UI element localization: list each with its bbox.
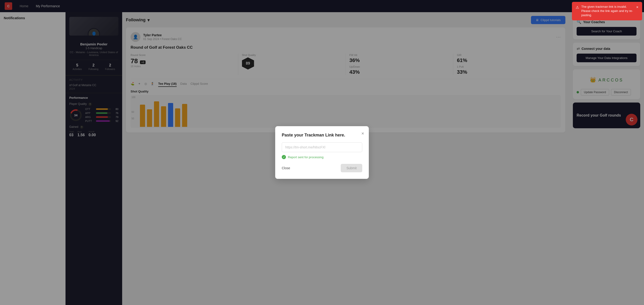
error-message: The given trackman link is invalid. Plea…: [581, 5, 634, 18]
error-banner: ⚠ The given trackman link is invalid. Pl…: [572, 2, 642, 20]
warning-icon: ⚠: [576, 5, 579, 10]
trackman-link-input[interactable]: [282, 142, 362, 152]
success-text: Report sent for processing: [288, 156, 324, 159]
modal-close-button[interactable]: ×: [361, 131, 364, 136]
modal-overlay: Paste your Trackman Link here. × ✓ Repor…: [0, 0, 644, 305]
error-close-button[interactable]: ×: [636, 5, 638, 10]
modal-cancel-button[interactable]: Close: [282, 164, 290, 172]
success-checkmark-icon: ✓: [282, 155, 286, 159]
trackman-modal: Paste your Trackman Link here. × ✓ Repor…: [275, 126, 369, 179]
modal-success-message: ✓ Report sent for processing: [282, 155, 362, 159]
modal-submit-button[interactable]: Submit: [341, 164, 362, 172]
modal-title: Paste your Trackman Link here.: [282, 133, 362, 138]
modal-actions: Close Submit: [282, 164, 362, 172]
